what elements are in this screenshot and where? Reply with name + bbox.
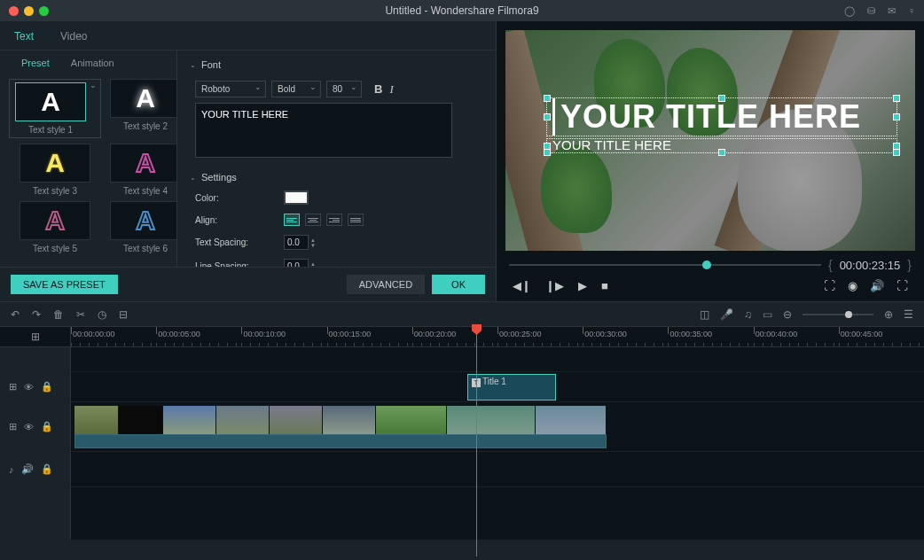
zoom-slider[interactable] xyxy=(803,314,873,315)
tab-video[interactable]: Video xyxy=(60,27,87,50)
title-clip[interactable]: TTitle 1 xyxy=(467,374,556,401)
volume-icon[interactable]: 🔊 xyxy=(870,279,884,292)
window-title: Untitled - Wondershare Filmora9 xyxy=(385,4,538,17)
font-family-select[interactable]: Roboto xyxy=(195,81,266,97)
window-controls xyxy=(9,6,49,16)
title-selection-box[interactable]: YOUR TITLE HERE YOUR TITLE HERE xyxy=(546,97,897,153)
track-settings-icon[interactable]: ⊞ xyxy=(9,421,17,432)
color-swatch[interactable] xyxy=(284,191,309,205)
screen-icon[interactable]: ⛶ xyxy=(824,279,835,292)
music-track-icon: ♪ xyxy=(9,464,14,475)
text-spacing-input[interactable] xyxy=(284,235,309,250)
minimize-window-icon[interactable] xyxy=(24,6,34,16)
chevron-down-icon: ⌄ xyxy=(190,61,196,69)
text-editor-panel: Text Video Preset Animation AText style … xyxy=(0,21,497,301)
timeline-ruler[interactable]: 00:00:00:00 00:00:05:00 00:00:10:00 00:0… xyxy=(71,327,924,346)
preset-item-1[interactable]: AText style 1 xyxy=(9,79,101,138)
subtab-animation[interactable]: Animation xyxy=(71,58,114,68)
tab-text[interactable]: Text xyxy=(14,27,34,50)
preview-timecode: 00:00:23:15 xyxy=(840,259,901,272)
font-section-toggle[interactable]: ⌄Font xyxy=(190,56,483,74)
mail-icon[interactable]: ✉ xyxy=(888,5,896,17)
preset-item-3[interactable]: AText style 3 xyxy=(9,144,101,196)
play-forward-button[interactable]: ❙▶ xyxy=(545,279,564,292)
spinner-down-icon[interactable]: ▼ xyxy=(310,243,316,248)
settings-section-toggle[interactable]: ⌄Settings xyxy=(190,168,483,186)
align-left-button[interactable] xyxy=(284,214,300,226)
italic-button[interactable]: I xyxy=(389,82,393,97)
manage-tracks-icon[interactable]: ⊞ xyxy=(31,331,40,343)
save-preset-button[interactable]: SAVE AS PRESET xyxy=(11,275,118,294)
stop-button[interactable]: ■ xyxy=(601,279,608,292)
render-icon[interactable]: ▭ xyxy=(763,308,772,321)
maximize-window-icon[interactable] xyxy=(39,6,49,16)
align-right-button[interactable] xyxy=(326,214,342,226)
notification-icon[interactable]: ♀ xyxy=(908,5,915,17)
mixer-icon[interactable]: ♫ xyxy=(744,308,752,321)
delete-button[interactable]: 🗑 xyxy=(53,308,64,321)
zoom-out-icon[interactable]: ⊖ xyxy=(783,308,792,321)
fullscreen-icon[interactable]: ⛶ xyxy=(897,279,908,292)
chevron-down-icon: ⌄ xyxy=(190,174,196,182)
track-lock-icon[interactable]: 🔒 xyxy=(41,421,53,432)
cart-icon[interactable]: ⛁ xyxy=(867,5,875,17)
align-center-button[interactable] xyxy=(305,214,321,226)
subtab-preset[interactable]: Preset xyxy=(21,58,50,68)
font-weight-select[interactable]: Bold xyxy=(271,81,321,97)
split-button[interactable]: ✂ xyxy=(76,308,85,321)
line-spacing-input[interactable] xyxy=(284,259,309,267)
preset-grid: AText style 1 AText style 2 AText style … xyxy=(0,74,176,259)
preview-scrubber[interactable] xyxy=(509,264,821,266)
menu-icon[interactable]: ☰ xyxy=(904,308,913,321)
preview-canvas[interactable]: YOUR TITLE HERE YOUR TITLE HERE xyxy=(505,30,915,251)
ok-button[interactable]: OK xyxy=(432,275,485,294)
playhead[interactable] xyxy=(476,326,477,556)
preset-item-6[interactable]: AText style 6 xyxy=(110,201,176,253)
preset-item-2[interactable]: AText style 2 xyxy=(110,79,176,138)
titlebar: Untitled - Wondershare Filmora9 ◯ ⛁ ✉ ♀ xyxy=(0,0,924,21)
track-visibility-icon[interactable]: 👁 xyxy=(24,382,34,393)
zoom-in-icon[interactable]: ⊕ xyxy=(884,308,893,321)
advanced-button[interactable]: ADVANCED xyxy=(347,275,425,294)
undo-button[interactable]: ↶ xyxy=(11,308,20,321)
line-spacing-label: Line Spacing: xyxy=(195,261,275,267)
prev-frame-button[interactable]: ◀❙ xyxy=(513,279,531,292)
track-settings-icon[interactable]: ⊞ xyxy=(9,381,17,393)
close-window-icon[interactable] xyxy=(9,6,19,16)
preview-panel: YOUR TITLE HERE YOUR TITLE HERE { 00:00:… xyxy=(497,21,924,301)
mic-icon[interactable]: 🎤 xyxy=(720,308,733,321)
align-justify-button[interactable] xyxy=(348,214,364,226)
align-label: Align: xyxy=(195,215,275,225)
preview-title-large: YOUR TITLE HERE xyxy=(560,98,891,136)
audio-waveform[interactable] xyxy=(74,434,607,448)
video-clip[interactable] xyxy=(74,406,607,434)
font-size-select[interactable]: 80 xyxy=(326,81,362,97)
color-label: Color: xyxy=(195,193,275,203)
timeline-toolbar: ↶ ↷ 🗑 ✂ ◷ ⊟ ◫ 🎤 ♫ ▭ ⊖ ⊕ ☰ xyxy=(0,301,924,326)
speed-button[interactable]: ◷ xyxy=(98,308,106,321)
snapshot-icon[interactable]: ◉ xyxy=(848,279,857,292)
account-icon[interactable]: ◯ xyxy=(844,5,855,17)
preset-item-4[interactable]: AText style 4 xyxy=(110,144,176,196)
track-visibility-icon[interactable]: 👁 xyxy=(24,422,34,432)
crop-button[interactable]: ⊟ xyxy=(119,308,128,321)
title-text-input[interactable] xyxy=(195,103,452,158)
track-lock-icon[interactable]: 🔒 xyxy=(41,381,53,393)
timeline-tracks: ⊞ 👁 🔒 TTitle 1 ⊞ 👁 🔒 ♪ 🔊 🔒 xyxy=(0,347,924,541)
preset-item-5[interactable]: AText style 5 xyxy=(9,201,101,253)
bold-button[interactable]: B xyxy=(374,82,382,97)
spinner-down-icon[interactable]: ▼ xyxy=(310,267,316,268)
marker-icon[interactable]: ◫ xyxy=(700,308,709,321)
play-button[interactable]: ▶ xyxy=(578,279,587,292)
text-spacing-label: Text Spacing: xyxy=(195,237,275,247)
track-mute-icon[interactable]: 🔊 xyxy=(21,463,34,475)
redo-button[interactable]: ↷ xyxy=(32,308,41,321)
track-lock-icon[interactable]: 🔒 xyxy=(41,463,53,475)
